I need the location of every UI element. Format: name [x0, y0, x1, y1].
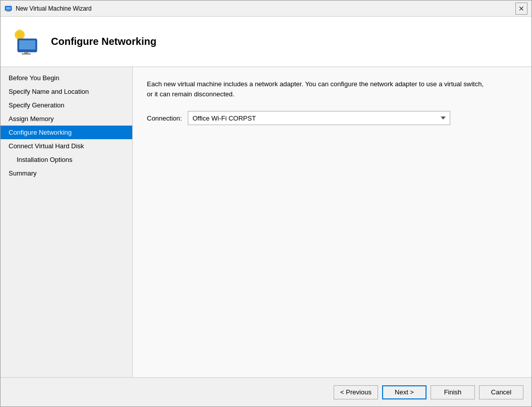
finish-button[interactable]: Finish — [431, 385, 475, 399]
sidebar-item-connect-virtual-hard-disk[interactable]: Connect Virtual Hard Disk — [1, 139, 132, 153]
previous-button[interactable]: < Previous — [334, 385, 378, 399]
app-icon — [5, 5, 13, 13]
sidebar-item-specify-generation[interactable]: Specify Generation — [1, 98, 132, 112]
svg-rect-7 — [19, 40, 35, 49]
sidebar-item-assign-memory[interactable]: Assign Memory — [1, 112, 132, 126]
title-bar-left: New Virtual Machine Wizard — [5, 5, 92, 13]
sidebar-item-summary[interactable]: Summary — [1, 166, 132, 180]
header-icon — [11, 26, 43, 58]
footer: < Previous Next > Finish Cancel — [1, 377, 531, 406]
connection-select[interactable]: Office Wi-Fi CORPSTNot ConnectedDefault … — [188, 111, 450, 125]
window-title: New Virtual Machine Wizard — [16, 5, 92, 12]
sidebar-item-specify-name-location[interactable]: Specify Name and Location — [1, 85, 132, 98]
sidebar-item-installation-options[interactable]: Installation Options — [1, 153, 132, 166]
sidebar: Before You BeginSpecify Name and Locatio… — [1, 67, 133, 377]
svg-rect-9 — [22, 53, 31, 54]
connection-row: Connection: Office Wi-Fi CORPSTNot Conne… — [147, 111, 517, 125]
content-area: Each new virtual machine includes a netw… — [133, 67, 531, 377]
svg-rect-1 — [6, 7, 11, 10]
sidebar-item-before-you-begin[interactable]: Before You Begin — [1, 71, 132, 85]
header-title: Configure Networking — [51, 36, 156, 47]
connection-label: Connection: — [147, 114, 182, 122]
wizard-header: Configure Networking — [1, 17, 531, 67]
main-content: Before You BeginSpecify Name and Locatio… — [1, 67, 531, 377]
cancel-button[interactable]: Cancel — [479, 385, 523, 399]
next-button[interactable]: Next > — [382, 385, 427, 399]
title-bar: New Virtual Machine Wizard ✕ — [1, 1, 531, 17]
svg-rect-3 — [7, 11, 11, 12]
sidebar-item-configure-networking[interactable]: Configure Networking — [1, 126, 132, 139]
description-text: Each new virtual machine includes a netw… — [147, 79, 490, 99]
wizard-window: New Virtual Machine Wizard ✕ Configure N… — [0, 0, 532, 407]
close-button[interactable]: ✕ — [515, 3, 527, 15]
